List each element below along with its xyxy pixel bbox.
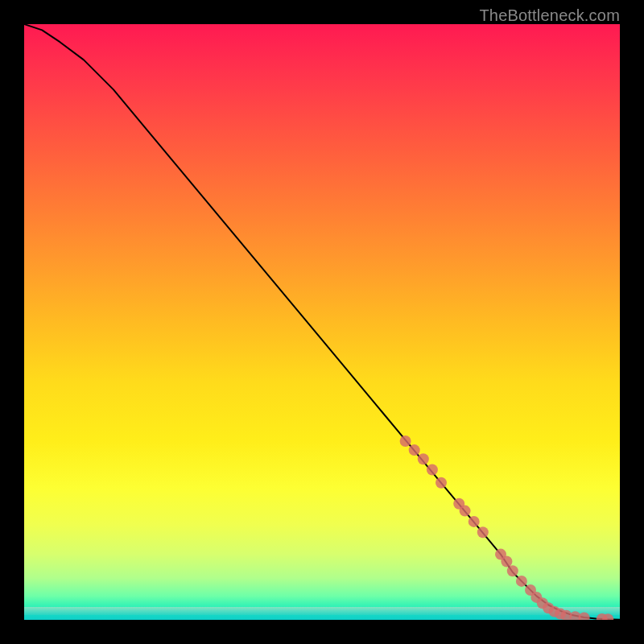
svg-point-3 xyxy=(427,464,438,476)
svg-point-2 xyxy=(418,453,429,464)
svg-point-10 xyxy=(501,555,512,567)
chart-frame: TheBottleneck.com xyxy=(0,0,644,644)
svg-point-12 xyxy=(516,576,527,587)
chart-overlay-svg xyxy=(24,24,620,620)
svg-point-6 xyxy=(460,506,471,517)
watermark-text: TheBottleneck.com xyxy=(479,6,620,25)
svg-point-21 xyxy=(579,612,590,620)
curve-line xyxy=(24,24,620,620)
svg-point-11 xyxy=(507,565,518,576)
svg-point-7 xyxy=(469,516,480,527)
plot-area xyxy=(24,24,620,620)
highlight-dots xyxy=(400,436,614,620)
svg-point-4 xyxy=(436,477,447,489)
svg-point-1 xyxy=(409,444,420,456)
svg-point-0 xyxy=(400,436,411,447)
svg-point-8 xyxy=(477,526,489,538)
